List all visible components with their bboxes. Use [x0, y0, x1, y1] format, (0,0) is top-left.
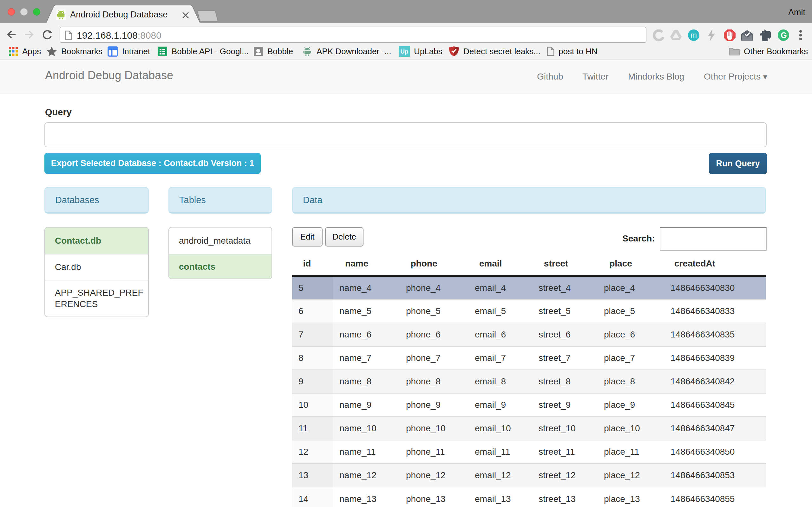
svg-text:Up: Up: [400, 48, 408, 55]
svg-text:G: G: [780, 31, 786, 40]
svg-text:m: m: [691, 31, 697, 39]
